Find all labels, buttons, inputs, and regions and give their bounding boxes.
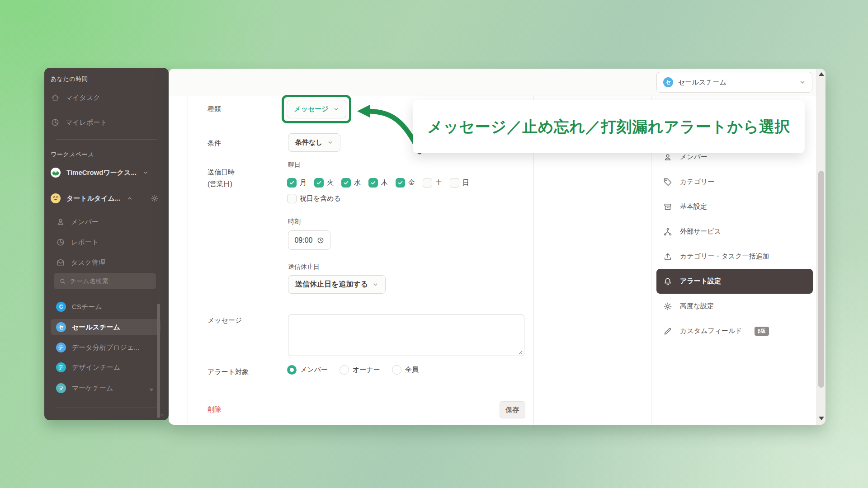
section-workspace: ワークスペース [51, 150, 94, 159]
team-avatar: テ [56, 362, 66, 372]
sidebar-team-data-analysis[interactable]: テ データ分析プロジェ... [56, 340, 159, 355]
gear-icon [663, 302, 672, 311]
settings-nav-label: アラート設定 [680, 277, 721, 286]
check-icon [397, 180, 403, 186]
settings-nav-alert-settings[interactable]: アラート設定 [656, 269, 813, 294]
checkbox[interactable] [314, 178, 324, 188]
sidebar-item-label: マイタスク [66, 94, 100, 102]
team-avatar: C [56, 302, 66, 312]
save-button[interactable]: 保存 [500, 401, 525, 418]
pie-chart-icon [56, 238, 65, 247]
checkbox[interactable] [450, 178, 459, 188]
weekday-label: 金 [408, 178, 415, 187]
radio-option-members[interactable]: メンバー [287, 365, 328, 375]
team-search-input[interactable] [70, 277, 151, 285]
checkbox[interactable] [287, 178, 297, 188]
sidebar-team-cs[interactable]: C CSチーム [56, 299, 159, 314]
weekday-checkbox-mon[interactable]: 月 [287, 178, 307, 188]
radio-option-everyone[interactable]: 全員 [392, 365, 419, 375]
weekday-checkbox-thu[interactable]: 木 [368, 178, 388, 188]
message-label: メッセージ [208, 316, 242, 325]
weekday-label: 土 [435, 178, 442, 187]
alert-type-dropdown[interactable]: メッセージ [287, 100, 346, 118]
checkbox[interactable] [341, 178, 351, 188]
radio-button[interactable] [392, 365, 401, 375]
scroll-up-arrow-icon[interactable] [819, 72, 824, 76]
sidebar-divider [56, 139, 157, 140]
scrollbar-thumb[interactable] [818, 171, 824, 388]
include-holidays-checkbox[interactable]: 祝日を含める [287, 194, 341, 203]
weekday-checkbox-row: 月 火 水 木 金 土 日 [287, 178, 477, 188]
radio-label: 全員 [405, 366, 419, 374]
sidebar-scrollbar-thumb[interactable] [157, 304, 160, 418]
sidebar-item-members[interactable]: メンバー [56, 214, 159, 230]
radio-button[interactable] [287, 365, 297, 375]
time-value: 09:00 [294, 236, 312, 244]
checkbox[interactable] [287, 194, 297, 203]
sidebar-item-report[interactable]: レポート [56, 235, 159, 250]
sidebar-item-team-group[interactable]: タートルタイム... [51, 191, 159, 206]
team-avatar: セ [56, 322, 66, 332]
check-icon [370, 180, 376, 186]
settings-nav-custom-fields[interactable]: カスタムフィールド β版 [656, 319, 813, 343]
weekday-checkbox-fri[interactable]: 金 [396, 178, 415, 188]
send-datetime-label: 送信日時 [208, 168, 235, 177]
settings-nav-label: カスタムフィールド [680, 327, 742, 335]
radio-option-owner[interactable]: オーナー [340, 365, 380, 375]
settings-nav-basic-settings[interactable]: 基本設定 [656, 194, 813, 219]
message-textarea[interactable] [288, 314, 524, 356]
sidebar-item-my-report[interactable]: マイレポート [51, 115, 159, 130]
checkbox[interactable] [423, 178, 432, 188]
weekday-checkbox-sat[interactable]: 土 [423, 178, 442, 188]
settings-nav-bulk-add[interactable]: カテゴリー・タスク一括追加 [656, 244, 813, 269]
person-icon [56, 217, 65, 226]
add-pause-day-dropdown[interactable]: 送信休止日を追加する [288, 275, 386, 294]
sidebar-team-marketing[interactable]: マ マーケチーム [56, 380, 159, 396]
pencil-icon [663, 327, 672, 336]
time-input[interactable]: 09:00 [288, 230, 330, 250]
sidebar-team-sales[interactable]: セ セールスチーム [51, 319, 160, 335]
person-icon [663, 153, 672, 162]
weekday-label: 水 [354, 178, 361, 187]
sidebar-item-task-management[interactable]: タスク管理 [56, 255, 159, 270]
weekday-checkbox-wed[interactable]: 水 [341, 178, 361, 188]
team-search-box[interactable] [54, 273, 156, 289]
resize-handle-icon[interactable] [518, 350, 523, 355]
checkbox[interactable] [368, 178, 378, 188]
weekday-checkbox-sun[interactable]: 日 [450, 178, 469, 188]
radio-button[interactable] [340, 365, 349, 375]
gear-icon[interactable] [151, 194, 159, 202]
header-team-selector[interactable]: セ セールスチーム [656, 72, 812, 93]
team-avatar: セ [663, 77, 673, 87]
scroll-down-indicator-icon [149, 389, 154, 391]
weekday-checkbox-tue[interactable]: 火 [314, 178, 334, 188]
alert-target-label: アラート対象 [208, 368, 249, 376]
clock-icon [317, 237, 324, 244]
condition-dropdown[interactable]: 条件なし [288, 133, 340, 152]
check-icon [316, 180, 322, 186]
chevron-up-icon[interactable] [127, 195, 133, 202]
window-scrollbar[interactable] [816, 69, 826, 425]
settings-nav-label: カテゴリー・タスク一括追加 [680, 252, 769, 261]
upload-icon [663, 252, 672, 261]
radio-label: オーナー [353, 366, 380, 374]
add-pause-day-label: 送信休止日を追加する [295, 280, 368, 289]
sidebar-item-workspace[interactable]: TimeCrowdワークス... [51, 165, 159, 180]
settings-nav-advanced-settings[interactable]: 高度な設定 [656, 294, 813, 319]
condition-value: 条件なし [295, 138, 323, 147]
sidebar-item-my-tasks[interactable]: マイタスク [51, 90, 159, 105]
sidebar-team-design[interactable]: テ デザインチーム [56, 360, 159, 375]
settings-nav-label: 基本設定 [680, 202, 707, 211]
time-label: 時刻 [288, 218, 301, 226]
radio-label: メンバー [300, 366, 328, 374]
settings-nav-categories[interactable]: カテゴリー [656, 169, 813, 194]
team-group-name: タートルタイム... [66, 194, 121, 203]
checkbox[interactable] [396, 178, 405, 188]
chevron-down-icon [333, 106, 339, 112]
chevron-down-icon [142, 169, 149, 176]
settings-nav-external-services[interactable]: 外部サービス [656, 219, 813, 244]
divider [188, 96, 188, 425]
tag-icon [663, 178, 672, 187]
delete-link[interactable]: 削除 [208, 405, 221, 414]
scroll-down-arrow-icon[interactable] [819, 417, 824, 420]
